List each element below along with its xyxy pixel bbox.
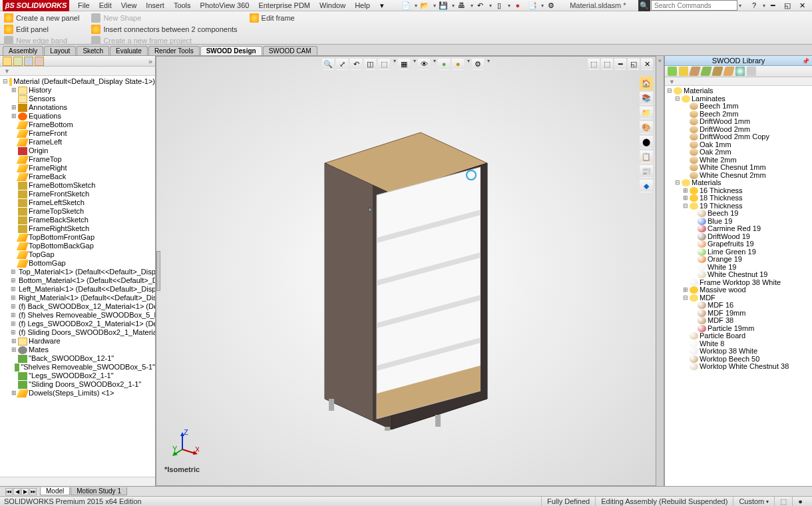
insert-connectors-button[interactable]: Insert connectors between 2 components <box>91 24 237 35</box>
taskpane-design-library-icon[interactable]: 📚 <box>640 91 653 105</box>
select-icon[interactable]: ▯ <box>493 0 506 11</box>
lib-filter-8-icon[interactable] <box>747 67 756 76</box>
library-node[interactable]: White Chestnut 19 <box>665 271 812 279</box>
status-icon-1[interactable]: ⬚ <box>774 497 792 506</box>
library-node[interactable]: ⊞18 Thickness <box>665 194 812 202</box>
library-filter-bar[interactable]: ▼ <box>665 77 812 86</box>
previous-view-icon[interactable]: ↶ <box>350 58 362 70</box>
library-node[interactable]: Worktop 38 White <box>665 348 812 356</box>
library-node[interactable]: DriftWood 2mm Copy <box>665 133 812 141</box>
lib-filter-2-icon[interactable] <box>679 67 688 76</box>
feature-node[interactable]: ⊞Right_Material<1> (Default<<Default>_Di… <box>0 294 155 302</box>
feature-node[interactable]: ⊟Material (Default<Default_Display State… <box>0 77 155 86</box>
feature-node[interactable]: FrameTopSketch <box>0 207 155 216</box>
menu-insert[interactable]: Insert <box>141 1 169 9</box>
feature-node[interactable]: ⊞Left_Material<1> (Default<<Default>_Dis… <box>0 285 155 294</box>
feature-node[interactable]: ⊞Mates <box>0 346 155 354</box>
lib-filter-5-icon[interactable] <box>711 67 723 76</box>
library-node[interactable]: MDF 38 <box>665 317 812 325</box>
library-node[interactable]: MDF 16 <box>665 302 812 310</box>
cmd-tab-swood-cam[interactable]: SWOOD CAM <box>263 46 317 55</box>
cmd-tab-assembly[interactable]: Assembly <box>3 46 43 55</box>
feature-node[interactable]: BottomGap <box>0 259 155 268</box>
feature-node[interactable]: FrameFront <box>0 129 155 138</box>
property-tab-icon[interactable] <box>13 57 23 66</box>
lib-filter-1-icon[interactable] <box>668 67 677 76</box>
view-settings-icon[interactable]: ⚙ <box>472 58 484 70</box>
close-icon[interactable]: ✕ <box>795 0 809 11</box>
zoom-area-icon[interactable]: ⤢ <box>336 58 348 70</box>
lib-filter-7-icon[interactable] <box>735 67 745 76</box>
help-icon[interactable]: ? <box>747 0 761 11</box>
panel-expand-icon[interactable]: » <box>148 57 152 65</box>
tab-navigation[interactable]: ⏮◀▶⏭ <box>5 488 37 495</box>
menu-enterprise-pdm[interactable]: Enterprise PDM <box>254 1 315 9</box>
vp-tool-2-icon[interactable]: ⬚ <box>601 58 613 70</box>
edit-frame-button[interactable]: Edit frame <box>250 13 295 23</box>
library-node[interactable]: ⊟MDF <box>665 294 812 302</box>
feature-node[interactable]: FrameBottom <box>0 121 155 129</box>
undo-icon[interactable]: ↶ <box>474 0 487 11</box>
status-icon-2[interactable]: ● <box>792 497 808 506</box>
taskpane-forum-icon[interactable]: 📰 <box>640 164 653 178</box>
feature-node[interactable]: FrameTop <box>0 155 155 164</box>
feature-node[interactable]: "Sliding Doors_SWOODBox2_1-1" <box>0 380 155 389</box>
edit-appearance-icon[interactable]: ● <box>438 58 450 70</box>
vp-close-icon[interactable]: ✕ <box>641 58 653 70</box>
cmd-tab-layout[interactable]: Layout <box>44 46 76 55</box>
feature-node[interactable]: ⊞Top_Material<1> (Default<<Default>_Disp… <box>0 268 155 276</box>
library-node[interactable]: ⊟Materials <box>665 87 812 95</box>
feature-node[interactable]: ⊞(f) Legs_SWOODBox2_1_Material<1> (Defau… <box>0 320 155 328</box>
feature-node[interactable]: ⊞Hardware <box>0 337 155 346</box>
restore-icon[interactable]: ◱ <box>781 0 794 11</box>
vp-maximize-icon[interactable]: ◱ <box>628 58 640 70</box>
taskpane-view-palette-icon[interactable]: 🎨 <box>640 121 653 134</box>
cmd-tab-sketch[interactable]: Sketch <box>77 46 109 55</box>
feature-filter-bar[interactable]: ▼ <box>0 67 155 76</box>
library-node[interactable]: MDF 19mm <box>665 310 812 318</box>
library-node[interactable]: Oak 1mm <box>665 141 812 149</box>
feature-node[interactable]: FrameBackSketch <box>0 216 155 224</box>
feature-tree-scrollbar[interactable] <box>0 477 155 486</box>
feature-node[interactable]: Origin <box>0 146 155 155</box>
pin-icon[interactable]: 📌 <box>802 57 809 67</box>
menu-view[interactable]: View <box>116 1 142 9</box>
search-commands-input[interactable] <box>651 0 737 11</box>
menu-tools[interactable]: Tools <box>169 1 196 9</box>
feature-node[interactable]: "Shelves Removeable_SWOODBox_5-1" <box>0 363 155 372</box>
menu-dropdown-icon[interactable]: ▾ <box>375 0 389 11</box>
library-node[interactable]: White Chesnut 2mm <box>665 172 812 180</box>
feature-node[interactable]: FrameRightSketch <box>0 224 155 233</box>
library-node[interactable]: Carmine Red 19 <box>665 225 812 233</box>
splitter-handle[interactable] <box>156 251 160 291</box>
settings-icon[interactable]: ⚙ <box>544 0 558 11</box>
feature-node[interactable]: "Legs_SWOODBox2_1-1" <box>0 372 155 380</box>
library-node[interactable]: ⊟Materials <box>665 179 812 187</box>
view-orientation-icon[interactable]: ⬚ <box>378 58 390 70</box>
library-node[interactable]: Beech 19 <box>665 210 812 218</box>
taskpane-custom-props-icon[interactable]: 📋 <box>640 150 653 163</box>
menu-edit[interactable]: Edit <box>95 1 116 9</box>
feature-node[interactable]: TopBottomFrontGap <box>0 233 155 242</box>
feature-node[interactable]: FrameBack <box>0 172 155 181</box>
feature-node[interactable]: "Back_SWOODBox_12-1" <box>0 354 155 363</box>
search-dropdown-icon[interactable]: ▾ <box>739 3 741 9</box>
taskpane-file-explorer-icon[interactable]: 📁 <box>640 106 653 119</box>
feature-node[interactable]: ⊞(f) Sliding Doors_SWOODBox2_1_Material<… <box>0 328 155 337</box>
library-tree[interactable]: ⊟Materials⊟LaminatesBeech 1mmBeech 2mmDr… <box>665 86 812 486</box>
cmd-tab-swood-design[interactable]: SWOOD Design <box>200 46 262 55</box>
lib-filter-4-icon[interactable] <box>700 67 712 76</box>
feature-node[interactable]: FrameLeftSketch <box>0 198 155 207</box>
library-node[interactable]: Grapefruits 19 <box>665 240 812 248</box>
vp-tool-1-icon[interactable]: ⬚ <box>588 58 600 70</box>
feature-node[interactable]: ⊞(f) Back_SWOODBox_12_Material<1> (Defau… <box>0 302 155 311</box>
feature-node[interactable]: FrameBottomSketch <box>0 181 155 190</box>
save-icon[interactable]: 💾 <box>437 0 450 11</box>
library-node[interactable]: White Chesnut 1mm <box>665 164 812 172</box>
section-view-icon[interactable]: ◫ <box>364 58 376 70</box>
bottom-tab-motion-study-1[interactable]: Motion Study 1 <box>71 487 127 495</box>
status-custom[interactable]: Custom ▾ <box>733 497 774 506</box>
print-icon[interactable]: 🖶 <box>455 0 469 11</box>
orientation-triad[interactable]: Z X Y <box>172 429 199 456</box>
config-tab-icon[interactable] <box>24 57 33 66</box>
